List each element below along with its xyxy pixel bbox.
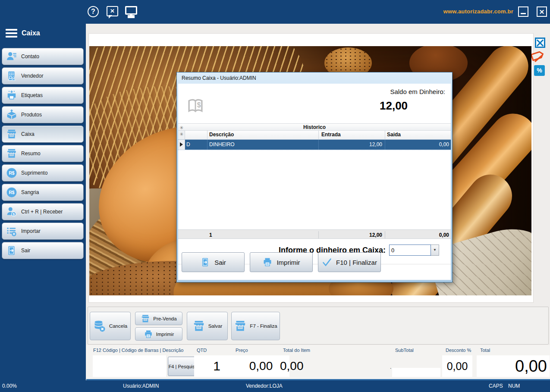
- excel-close-icon[interactable]: [535, 38, 545, 48]
- support-chat-icon[interactable]: ✕: [107, 6, 118, 16]
- asterisk-marker: ✳: [179, 124, 183, 131]
- sidebar-item-label: Importar: [21, 228, 41, 234]
- sidebar-item-label: Contato: [21, 53, 39, 60]
- status-usuario: Usuário:ADMIN: [123, 383, 159, 389]
- resumo-caixa-dialog: Resumo Caixa - Usuário:ADMIN Saldo em Di…: [176, 72, 453, 282]
- preco-label: Preço: [236, 348, 248, 353]
- historico-grid: ✳ Historico ✳ Descrição Entrada Saida D …: [178, 123, 451, 150]
- close-button[interactable]: ✕: [537, 6, 547, 17]
- top-bar: ? ✕ www.autorizadabr.com.br ✕: [0, 0, 550, 24]
- exit-door-icon: [6, 245, 17, 256]
- rs-coin-icon: [6, 187, 17, 198]
- sidebar-item-importar[interactable]: Importar: [2, 223, 84, 240]
- desconto-label: Desconto %: [446, 348, 471, 353]
- f7-finaliza-button[interactable]: F7 - Finaliza: [231, 312, 280, 340]
- pos-application-window: ? ✕ www.autorizadabr.com.br ✕ Caixa Cont…: [0, 0, 550, 392]
- dialog-sair-button[interactable]: Sair: [182, 252, 245, 272]
- dialog-finalizar-button[interactable]: F10 | Finalizar: [318, 252, 381, 272]
- col-descricao[interactable]: Descrição: [207, 131, 319, 139]
- cancela-button[interactable]: Cancela: [90, 312, 131, 340]
- asterisk-marker: ✳: [179, 132, 183, 137]
- subtotal-field[interactable]: [392, 368, 440, 377]
- sidebar-item-produtos[interactable]: Produtos: [2, 106, 84, 123]
- cash-book-icon: [186, 97, 205, 115]
- sidebar-item-label: Vendedor: [21, 73, 43, 79]
- store-icon: [141, 314, 150, 323]
- sidebar-item-etiquetas[interactable]: Etiquetas: [2, 87, 84, 104]
- sidebar-item-label: Ctrl + R | Receber: [21, 209, 63, 215]
- store-icon: [6, 148, 17, 159]
- help-icon[interactable]: ?: [88, 6, 99, 17]
- dinheiro-em-caixa-input[interactable]: [389, 245, 431, 256]
- desconto-field[interactable]: 0,00: [442, 355, 472, 377]
- sidebar-item-label: Sair: [21, 248, 30, 254]
- total-item-label: Total do Item: [283, 348, 310, 353]
- building-people-icon: [6, 70, 17, 82]
- person-icon: [6, 51, 17, 62]
- cell-descricao: DINHEIRO: [207, 140, 319, 150]
- store-icon: [6, 129, 17, 140]
- imprimir-button[interactable]: Imprimir: [135, 327, 182, 341]
- status-caps: CAPS: [489, 383, 503, 389]
- grid-footer-row: 1 12,00 0,00: [178, 229, 451, 239]
- printer-icon: [262, 257, 273, 267]
- dialog-title: Resumo Caixa - Usuário:ADMIN: [178, 72, 451, 84]
- saldo-value: 12,00: [376, 99, 445, 113]
- sidebar-item-label: Etiquetas: [21, 92, 43, 98]
- sidebar: Caixa Contato Vendedor Etiquetas Produto…: [0, 24, 86, 380]
- total-field[interactable]: 0,00: [477, 355, 550, 377]
- status-vendedor: Vendedor:LOJA: [246, 383, 283, 389]
- table-row[interactable]: D DINHEIRO 12,00 0,00: [178, 140, 451, 150]
- item-entry-panel: F12 Código | Código de Barras | Descriçã…: [86, 345, 550, 380]
- sidebar-item-label: Resumo: [21, 151, 41, 157]
- price-tag-icon[interactable]: [531, 51, 544, 64]
- col-saida[interactable]: Saida: [385, 131, 451, 139]
- sidebar-item-contato[interactable]: Contato: [2, 48, 84, 65]
- col-entrada[interactable]: Entrada: [319, 131, 385, 139]
- sidebar-item-suprimento[interactable]: Suprimento: [2, 164, 84, 182]
- saldo-label: Saldo em Dinheiro:: [376, 88, 445, 95]
- sidebar-item-vendedor[interactable]: Vendedor: [2, 67, 84, 85]
- exit-door-icon: [200, 257, 211, 267]
- monitor-icon[interactable]: [125, 6, 137, 15]
- hamburger-menu-icon[interactable]: [6, 29, 17, 39]
- sidebar-item-label: Produtos: [21, 112, 42, 118]
- footer-saida: 0,00: [385, 231, 451, 238]
- pre-venda-button[interactable]: Pre-Venda: [135, 312, 182, 325]
- sidebar-title: Caixa: [22, 29, 40, 37]
- status-percent: 0.00%: [2, 383, 17, 389]
- sale-toolbar: Cancela Pre-Venda Imprimir Salvar F7 - F…: [88, 307, 549, 345]
- cell-saida: 0,00: [385, 140, 451, 150]
- subtotal-mark: .: [390, 364, 391, 370]
- person-dollar-icon: [6, 206, 17, 217]
- list-plus-icon: [6, 226, 17, 237]
- database-cancel-icon: [93, 320, 106, 332]
- sidebar-item-sair[interactable]: Sair: [2, 242, 84, 259]
- salvar-button[interactable]: Salvar: [187, 312, 228, 340]
- sidebar-item-label: Suprimento: [21, 170, 47, 176]
- store-icon: [234, 320, 247, 332]
- printer-icon: [144, 329, 153, 339]
- sidebar-item-resumo[interactable]: Resumo: [2, 145, 84, 162]
- check-icon: [322, 257, 332, 267]
- grid-group-header: ✳ Historico: [178, 123, 451, 131]
- discount-ticket-icon[interactable]: %: [534, 65, 545, 76]
- label-printer-icon: [6, 90, 17, 101]
- combo-dropdown-button[interactable]: ▼: [431, 245, 439, 256]
- dialog-imprimir-button[interactable]: Imprimir: [250, 252, 313, 272]
- footer-count: 1: [207, 231, 319, 238]
- sidebar-item-receber[interactable]: Ctrl + R | Receber: [2, 203, 84, 220]
- store-icon: [192, 320, 205, 332]
- status-bar: 0.00% Usuário:ADMIN Vendedor:LOJA CAPS N…: [0, 380, 550, 392]
- grid-header-row: ✳ Descrição Entrada Saida: [178, 131, 451, 140]
- sidebar-item-sangria[interactable]: Sangria: [2, 184, 84, 201]
- total-item-value: 0,00: [280, 355, 327, 377]
- codigo-label: F12 Código | Código de Barras | Descriçã…: [93, 348, 183, 353]
- box-icon: [6, 109, 17, 120]
- sidebar-item-caixa[interactable]: Caixa: [2, 125, 84, 143]
- status-num: NUM: [508, 383, 520, 389]
- subtotal-label: SubTotal: [395, 348, 414, 353]
- record-arrow-icon: [180, 142, 185, 147]
- minimize-button[interactable]: [518, 6, 528, 17]
- codigo-input[interactable]: [93, 355, 166, 377]
